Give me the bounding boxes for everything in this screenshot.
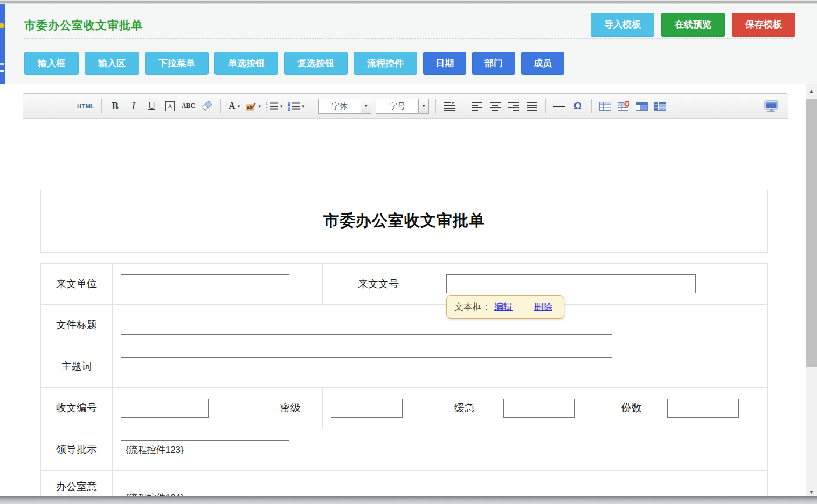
- unordered-list-button[interactable]: ▾: [285, 98, 307, 115]
- scroll-up-button[interactable]: ▲: [806, 84, 817, 98]
- bold-button[interactable]: B: [106, 98, 124, 115]
- underline-button[interactable]: U: [143, 98, 161, 115]
- urgency-label: 缓急: [454, 401, 475, 415]
- delete-control-link[interactable]: 删除: [534, 301, 552, 313]
- table-cell: [113, 346, 766, 387]
- align-left-button[interactable]: [468, 98, 486, 115]
- horizontal-rule-button[interactable]: [550, 98, 569, 115]
- align-center-icon: [489, 101, 501, 111]
- html-source-button[interactable]: HTML: [75, 98, 97, 115]
- align-right-button[interactable]: [504, 98, 523, 115]
- insert-table-button[interactable]: [596, 98, 614, 115]
- font-size-select[interactable]: 字号 ▾: [376, 99, 429, 114]
- fullscreen-button[interactable]: [762, 98, 780, 115]
- insert-table-icon: [599, 101, 612, 112]
- indent-button[interactable]: [440, 98, 459, 115]
- table-cell: 领导批示: [41, 429, 113, 470]
- add-department-button[interactable]: 部门: [472, 52, 515, 75]
- table-cell: 来文单位: [41, 264, 113, 304]
- align-center-button[interactable]: [486, 98, 504, 115]
- toolbar-separator: [220, 99, 221, 113]
- copies-label: 份数: [621, 401, 642, 415]
- add-dropdown-button[interactable]: 下拉菜单: [145, 52, 209, 75]
- italic-button[interactable]: I: [124, 98, 143, 115]
- delete-table-button[interactable]: [614, 98, 633, 115]
- table-cell: [495, 388, 604, 429]
- add-textarea-button[interactable]: 输入区: [85, 52, 139, 75]
- keywords-input[interactable]: [121, 357, 612, 376]
- html-source-icon: HTML: [77, 103, 95, 109]
- form-title: 市委办公室收文审批单: [323, 210, 485, 232]
- secrecy-label: 密级: [280, 401, 301, 415]
- window-bottom-edge: [0, 496, 817, 504]
- urgency-input[interactable]: [503, 399, 575, 418]
- toolbar-separator: [545, 99, 546, 113]
- doc-number-input[interactable]: [446, 274, 696, 293]
- source-unit-label: 来文单位: [56, 277, 97, 291]
- table-cell: 份数: [604, 388, 659, 429]
- secrecy-input[interactable]: [331, 399, 403, 418]
- align-left-icon: [471, 101, 483, 111]
- align-justify-icon: [526, 101, 538, 111]
- add-radio-button[interactable]: 单选按钮: [214, 52, 278, 75]
- table-cell: [323, 388, 434, 429]
- add-checkbox-button[interactable]: 复选按钮: [284, 52, 348, 75]
- chevron-down-icon: ▾: [238, 103, 240, 109]
- font-family-value: 字体: [319, 99, 361, 113]
- window-top-edge: [0, 0, 817, 4]
- add-input-box-button[interactable]: 输入框: [24, 52, 79, 75]
- save-template-button[interactable]: 保存模板: [732, 13, 795, 37]
- bold-icon: B: [112, 100, 119, 112]
- indent-icon: [444, 101, 455, 111]
- monitor-icon: [764, 100, 778, 112]
- form-control-palette: 输入框 输入区 下拉菜单 单选按钮 复选按钮 流程控件 日期 部门 成员: [24, 52, 564, 75]
- font-color-icon: A: [229, 100, 236, 112]
- edit-control-link[interactable]: 编辑: [494, 301, 513, 313]
- template-actions: 导入模板 在线预览 保存模板: [591, 13, 795, 37]
- page-title: 市委办公室收文审批单: [24, 18, 143, 33]
- table-cell: 收文编号: [41, 388, 113, 429]
- special-char-button[interactable]: Ω: [569, 98, 587, 115]
- scroll-down-icon: ▼: [809, 489, 814, 495]
- table-cell: [659, 388, 766, 429]
- copies-input[interactable]: [667, 399, 739, 418]
- chevron-down-icon[interactable]: ▾: [361, 99, 371, 113]
- content-left-border: [5, 84, 5, 504]
- ordered-list-button[interactable]: 1 2 3 ▾: [263, 98, 285, 115]
- highlight-button[interactable]: ab ▾: [244, 98, 264, 115]
- strikethrough-button[interactable]: ABC: [179, 98, 198, 115]
- leader-comment-input[interactable]: [121, 440, 289, 459]
- cell-properties-button[interactable]: [651, 98, 669, 115]
- align-justify-button[interactable]: [523, 98, 541, 115]
- table-row: 文件标题: [41, 305, 767, 346]
- table-cell: [113, 264, 323, 304]
- remove-format-button[interactable]: [198, 98, 216, 115]
- delete-table-icon: [617, 101, 630, 112]
- table-properties-button[interactable]: [633, 98, 651, 115]
- add-date-button[interactable]: 日期: [423, 52, 466, 75]
- char-border-button[interactable]: A: [161, 98, 179, 115]
- table-row: 收文编号 密级 缓急 份数: [41, 388, 767, 429]
- sidebar-edge: [0, 4, 5, 84]
- scrollbar-thumb[interactable]: [806, 99, 817, 367]
- font-size-value: 字号: [376, 99, 418, 113]
- chevron-down-icon[interactable]: ▾: [418, 99, 428, 113]
- add-member-button[interactable]: 成员: [521, 52, 564, 75]
- receipt-no-input[interactable]: [121, 399, 209, 418]
- add-flow-control-button[interactable]: 流程控件: [354, 52, 417, 75]
- import-template-button[interactable]: 导入模板: [591, 13, 654, 37]
- sidebar-fragment: [0, 70, 4, 72]
- source-unit-input[interactable]: [121, 274, 289, 293]
- toolbar-separator: [311, 99, 311, 113]
- table-cell: 文件标题: [41, 305, 113, 346]
- font-family-select[interactable]: 字体 ▾: [318, 99, 371, 114]
- table-cell: [113, 305, 766, 346]
- table-cell: 密级: [258, 388, 323, 429]
- table-row: 领导批示: [41, 429, 767, 471]
- editor-toolbar: HTML B I U A ABC A ▾ ab: [23, 94, 788, 119]
- online-preview-button[interactable]: 在线预览: [661, 13, 725, 37]
- doc-title-label: 文件标题: [56, 318, 97, 332]
- table-cell: [113, 388, 258, 429]
- vertical-scrollbar[interactable]: ▲ ▼: [806, 84, 817, 499]
- font-color-button[interactable]: A ▾: [225, 98, 244, 115]
